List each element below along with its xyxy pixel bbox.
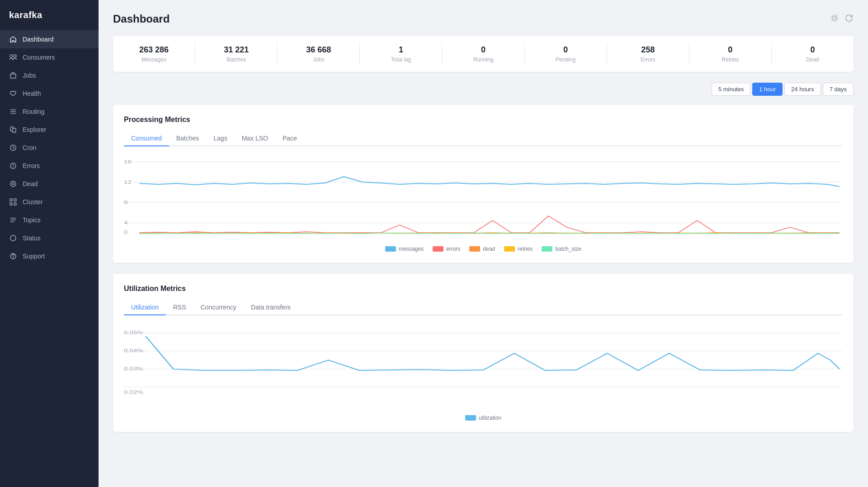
- time-btn-1hour[interactable]: 1 hour: [752, 83, 783, 96]
- stat-errors: 258 Errors: [607, 43, 689, 65]
- sidebar-item-topics[interactable]: Topics: [0, 211, 99, 229]
- legend-utilization-dot: [465, 415, 476, 421]
- explorer-icon: [9, 126, 17, 134]
- sidebar: karafka Dashboard Consumers Jobs Health …: [0, 0, 99, 487]
- sidebar-label-explorer: Explorer: [23, 126, 46, 133]
- stat-errors-label: Errors: [614, 56, 682, 63]
- svg-point-23: [13, 258, 14, 258]
- tab-lags[interactable]: Lags: [206, 131, 234, 146]
- stat-pending-label: Pending: [532, 56, 599, 63]
- header-actions: [830, 14, 854, 25]
- tab-data-transfers[interactable]: Data transfers: [244, 300, 298, 315]
- stat-dead-value: 0: [779, 45, 846, 55]
- svg-rect-1: [14, 55, 16, 57]
- stat-totallag: 1 Total lag: [360, 43, 442, 65]
- svg-rect-7: [13, 128, 16, 132]
- processing-metrics-section: Processing Metrics Consumed Batches Lags…: [113, 105, 854, 263]
- sidebar-label-cluster: Cluster: [23, 198, 42, 206]
- tab-utilization[interactable]: Utilization: [124, 300, 166, 315]
- stat-totallag-value: 1: [367, 45, 434, 55]
- svg-line-30: [836, 20, 837, 20]
- tab-batches[interactable]: Batches: [169, 131, 207, 146]
- legend-retries: retries: [504, 246, 533, 252]
- topics-icon: [9, 216, 17, 224]
- page-title: Dashboard: [113, 13, 170, 25]
- sidebar-label-health: Health: [23, 90, 41, 97]
- users-icon: [9, 53, 17, 61]
- sidebar-label-errors: Errors: [23, 162, 40, 169]
- svg-point-13: [12, 183, 14, 185]
- legend-dead-dot: [469, 246, 480, 252]
- stat-pending: 0 Pending: [525, 43, 607, 65]
- tab-rss[interactable]: RSS: [166, 300, 193, 315]
- sidebar-item-support[interactable]: Support: [0, 247, 99, 265]
- stat-messages: 263 286 Messages: [113, 43, 195, 65]
- legend-messages: messages: [385, 246, 424, 252]
- tab-pace[interactable]: Pace: [275, 131, 304, 146]
- stat-retries: 0 Retries: [689, 43, 772, 65]
- tab-concurrency[interactable]: Concurrency: [193, 300, 244, 315]
- sidebar-item-explorer[interactable]: Explorer: [0, 121, 99, 139]
- utilization-metrics-tabs: Utilization RSS Concurrency Data transfe…: [124, 300, 843, 315]
- svg-rect-0: [10, 55, 13, 57]
- svg-point-21: [10, 235, 16, 241]
- theme-toggle-button[interactable]: [830, 14, 839, 25]
- svg-rect-16: [10, 203, 12, 205]
- svg-text:4: 4: [124, 220, 127, 226]
- utilization-metrics-section: Utilization Metrics Utilization RSS Conc…: [113, 274, 854, 432]
- sidebar-item-status[interactable]: Status: [0, 229, 99, 247]
- home-icon: [9, 35, 17, 43]
- svg-text:12: 12: [124, 179, 132, 185]
- svg-point-12: [10, 181, 16, 187]
- sidebar-item-jobs[interactable]: Jobs: [0, 66, 99, 84]
- stat-batches: 31 221 Batches: [195, 43, 278, 65]
- sidebar-item-consumers[interactable]: Consumers: [0, 48, 99, 66]
- svg-line-29: [832, 15, 832, 16]
- svg-text:0.04%: 0.04%: [124, 348, 143, 354]
- page-header: Dashboard: [113, 13, 854, 25]
- sidebar-item-health[interactable]: Health: [0, 84, 99, 103]
- refresh-button[interactable]: [844, 14, 854, 25]
- sidebar-label-dead: Dead: [23, 180, 38, 187]
- sidebar-label-jobs: Jobs: [23, 72, 36, 79]
- svg-text:8: 8: [124, 200, 127, 206]
- svg-rect-2: [10, 74, 16, 78]
- stat-batches-value: 31 221: [203, 45, 270, 55]
- legend-dead-label: dead: [483, 246, 495, 252]
- briefcase-icon: [9, 71, 17, 80]
- svg-point-24: [833, 16, 836, 20]
- utilization-chart-svg: 0.05% 0.04% 0.03% 0.02%: [124, 326, 843, 407]
- svg-text:0.03%: 0.03%: [124, 366, 143, 372]
- processing-metrics-title: Processing Metrics: [124, 116, 843, 124]
- svg-text:0.02%: 0.02%: [124, 389, 143, 395]
- svg-line-32: [832, 20, 832, 20]
- sidebar-item-routing[interactable]: Routing: [0, 103, 99, 121]
- sidebar-item-cron[interactable]: Cron: [0, 139, 99, 157]
- sidebar-label-dashboard: Dashboard: [23, 36, 54, 43]
- sidebar-item-dashboard[interactable]: Dashboard: [0, 30, 99, 48]
- stat-messages-label: Messages: [120, 56, 188, 63]
- stat-messages-value: 263 286: [120, 45, 188, 55]
- time-btn-7days[interactable]: 7 days: [823, 83, 854, 96]
- svg-point-11: [13, 167, 14, 168]
- tab-consumed[interactable]: Consumed: [124, 131, 169, 146]
- tab-maxlso[interactable]: Max LSO: [235, 131, 275, 146]
- time-filter: 5 minutes 1 hour 24 hours 7 days: [113, 83, 854, 96]
- sidebar-label-cron: Cron: [23, 144, 36, 151]
- time-btn-24hours[interactable]: 24 hours: [784, 83, 821, 96]
- legend-retries-dot: [504, 246, 515, 252]
- sidebar-item-cluster[interactable]: Cluster: [0, 193, 99, 211]
- svg-text:16: 16: [124, 159, 132, 165]
- utilization-metrics-title: Utilization Metrics: [124, 285, 843, 293]
- status-icon: [9, 234, 17, 242]
- legend-batch-size: batch_size: [542, 246, 581, 252]
- time-btn-5min[interactable]: 5 minutes: [712, 83, 750, 96]
- cron-icon: [9, 144, 17, 152]
- sidebar-label-topics: Topics: [23, 216, 41, 224]
- heart-icon: [9, 89, 17, 98]
- sidebar-item-dead[interactable]: Dead: [0, 175, 99, 193]
- stat-dead: 0 Dead: [772, 43, 854, 65]
- sidebar-item-errors[interactable]: Errors: [0, 157, 99, 175]
- legend-errors: errors: [433, 246, 460, 252]
- app-logo: karafka: [0, 0, 99, 30]
